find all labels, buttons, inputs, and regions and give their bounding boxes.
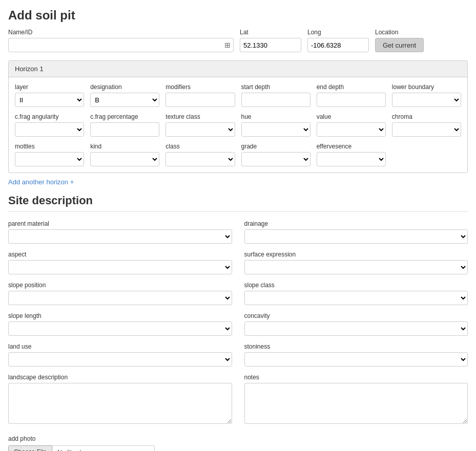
cfrag-percentage-field: c.frag percentage — [90, 113, 159, 137]
no-file-text: No file chosen — [52, 445, 155, 451]
land-use-field: land use — [8, 343, 232, 367]
cfrag-angularity-select[interactable] — [15, 122, 84, 137]
notes-field: notes — [244, 374, 468, 424]
designation-label: designation — [90, 83, 159, 91]
aspect-label: aspect — [8, 251, 232, 258]
slope-class-label: slope class — [244, 282, 468, 289]
lower-boundary-select[interactable] — [392, 93, 461, 107]
name-id-input[interactable] — [8, 38, 234, 52]
chroma-label: chroma — [392, 113, 461, 120]
grade-select[interactable] — [241, 152, 311, 166]
stoniness-select[interactable] — [244, 352, 468, 367]
lat-group: Lat — [240, 29, 301, 52]
horizon-1-body: layer II designation B modifiers start d… — [9, 77, 467, 173]
stoniness-field: stoniness — [244, 343, 468, 367]
effervesence-label: effervesence — [317, 143, 386, 150]
landscape-description-field: landscape description — [8, 374, 232, 424]
horizon-1-box: Horizon 1 layer II designation B modifie… — [8, 60, 468, 173]
get-current-button[interactable]: Get current — [375, 38, 424, 52]
add-photo-section: add photo Choose File No file chosen — [8, 435, 468, 451]
drainage-select[interactable] — [244, 229, 468, 244]
layer-select[interactable]: II — [15, 93, 84, 107]
land-use-select[interactable] — [8, 352, 232, 367]
drainage-label: drainage — [244, 220, 468, 227]
kind-select[interactable] — [90, 152, 159, 166]
modifiers-input[interactable] — [165, 93, 235, 107]
start-depth-label: start depth — [241, 83, 311, 91]
slope-position-select[interactable] — [8, 291, 232, 305]
texture-class-field: texture class — [165, 113, 235, 137]
layer-field: layer II — [15, 83, 84, 107]
long-label: Long — [307, 29, 369, 36]
texture-class-select[interactable] — [165, 122, 235, 137]
kind-label: kind — [90, 143, 159, 150]
slope-length-select[interactable] — [8, 321, 232, 336]
slope-class-field: slope class — [244, 282, 468, 305]
cfrag-percentage-input[interactable] — [90, 122, 159, 137]
end-depth-input[interactable] — [317, 93, 386, 107]
lower-boundary-label: lower boundary — [392, 83, 461, 91]
name-id-group: Name/ID ⊞ — [8, 29, 234, 52]
parent-material-label: parent material — [8, 220, 232, 227]
lat-label: Lat — [240, 29, 301, 36]
choose-file-button[interactable]: Choose File — [8, 445, 52, 451]
class-select[interactable] — [165, 152, 235, 166]
concavity-label: concavity — [244, 312, 468, 319]
effervesence-select[interactable] — [317, 152, 386, 166]
value-label: value — [317, 113, 386, 120]
name-id-icon-button[interactable]: ⊞ — [222, 40, 233, 50]
cfrag-angularity-label: c.frag angularity — [15, 113, 84, 120]
file-input-wrapper: Choose File No file chosen — [8, 445, 468, 451]
concavity-field: concavity — [244, 312, 468, 336]
add-horizon-link[interactable]: Add another horizon + — [8, 178, 74, 186]
slope-position-field: slope position — [8, 282, 232, 305]
concavity-select[interactable] — [244, 321, 468, 336]
modifiers-label: modifiers — [165, 83, 235, 91]
notes-label: notes — [244, 374, 468, 381]
horizon-row-1: layer II designation B modifiers start d… — [15, 83, 461, 107]
site-description-title: Site description — [8, 194, 468, 207]
layer-label: layer — [15, 83, 84, 91]
slope-position-label: slope position — [8, 282, 232, 289]
stoniness-label: stoniness — [244, 343, 468, 350]
hue-label: hue — [241, 113, 311, 120]
hue-field: hue — [241, 113, 311, 137]
surface-expression-label: surface expression — [244, 251, 468, 258]
mottles-label: mottles — [15, 143, 84, 150]
surface-expression-select[interactable] — [244, 260, 468, 274]
chroma-field: chroma — [392, 113, 461, 137]
designation-select[interactable]: B — [90, 93, 159, 107]
site-fields-grid: parent material drainage aspect surface … — [8, 220, 468, 431]
parent-material-field: parent material — [8, 220, 232, 244]
location-label: Location — [375, 29, 424, 36]
notes-textarea[interactable] — [244, 383, 468, 424]
landscape-description-label: landscape description — [8, 374, 232, 381]
start-depth-input[interactable] — [241, 93, 311, 107]
grade-field: grade — [241, 143, 311, 166]
mottles-field: mottles — [15, 143, 84, 166]
name-id-label: Name/ID — [8, 29, 234, 36]
mottles-select[interactable] — [15, 152, 84, 166]
cfrag-percentage-label: c.frag percentage — [90, 113, 159, 120]
site-description-divider — [8, 211, 468, 212]
start-depth-field: start depth — [241, 83, 311, 107]
hue-select[interactable] — [241, 122, 311, 137]
horizon-row-2: c.frag angularity c.frag percentage text… — [15, 113, 461, 137]
designation-field: designation B — [90, 83, 159, 107]
long-input[interactable] — [307, 38, 369, 52]
lat-input[interactable] — [240, 38, 301, 52]
class-field: class — [165, 143, 235, 166]
aspect-select[interactable] — [8, 260, 232, 274]
grade-label: grade — [241, 143, 311, 150]
slope-length-label: slope length — [8, 312, 232, 319]
lower-boundary-field: lower boundary — [392, 83, 461, 107]
chroma-select[interactable] — [392, 122, 461, 137]
slope-class-select[interactable] — [244, 291, 468, 305]
end-depth-label: end depth — [317, 83, 386, 91]
landscape-description-textarea[interactable] — [8, 383, 232, 424]
kind-field: kind — [90, 143, 159, 166]
long-group: Long — [307, 29, 369, 52]
value-select[interactable] — [317, 122, 386, 137]
parent-material-select[interactable] — [8, 229, 232, 244]
modifiers-field: modifiers — [165, 83, 235, 107]
